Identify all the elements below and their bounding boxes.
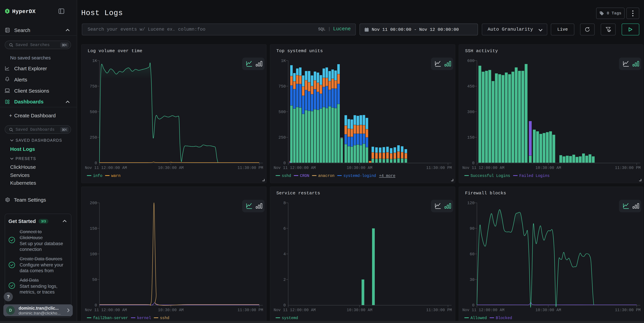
- svg-text:150: 150: [90, 226, 97, 231]
- svg-text:750: 750: [278, 84, 286, 89]
- svg-text:4: 4: [284, 252, 286, 256]
- svg-text:anacron: anacron: [318, 174, 334, 178]
- svg-text:11:30:00 PM: 11:30:00 PM: [615, 308, 640, 312]
- svg-text:11:30:00 PM: 11:30:00 PM: [426, 166, 452, 170]
- svg-text:kernel: kernel: [137, 316, 151, 320]
- svg-text:10:30:00 AM: 10:30:00 AM: [158, 166, 184, 170]
- svg-text:150: 150: [467, 135, 474, 140]
- svg-text:warn: warn: [111, 174, 120, 178]
- svg-text:0: 0: [95, 161, 97, 165]
- svg-text:10:30:00 AM: 10:30:00 AM: [158, 308, 184, 312]
- svg-text:600: 600: [467, 59, 474, 63]
- svg-text:30: 30: [470, 277, 474, 282]
- svg-text:50: 50: [92, 277, 97, 282]
- svg-text:Nov 11 12:00:00 AM: Nov 11 12:00:00 AM: [85, 308, 127, 312]
- svg-text:10:30:00 AM: 10:30:00 AM: [347, 166, 372, 170]
- svg-text:systemd-logind: systemd-logind: [343, 174, 376, 178]
- svg-text:Nov 11 12:00:00 AM: Nov 11 12:00:00 AM: [462, 166, 504, 170]
- svg-text:11:30:00 PM: 11:30:00 PM: [238, 166, 263, 170]
- svg-text:11:30:00 PM: 11:30:00 PM: [426, 308, 452, 312]
- svg-text:Successful Logins: Successful Logins: [470, 174, 510, 178]
- svg-text:Nov 11 12:00:00 AM: Nov 11 12:00:00 AM: [85, 166, 127, 170]
- svg-text:90: 90: [470, 226, 474, 231]
- svg-text:Nov 11 12:00:00 AM: Nov 11 12:00:00 AM: [274, 166, 316, 170]
- svg-text:10:30:00 AM: 10:30:00 AM: [347, 308, 372, 312]
- svg-text:250: 250: [90, 135, 97, 140]
- svg-text:500: 500: [278, 110, 286, 114]
- svg-text:11:30:00 PM: 11:30:00 PM: [238, 308, 263, 312]
- svg-text:+4 more: +4 more: [379, 174, 396, 178]
- svg-text:1K: 1K: [281, 59, 286, 63]
- svg-text:2: 2: [284, 277, 286, 282]
- svg-text:0: 0: [472, 161, 474, 165]
- svg-text:0: 0: [95, 303, 97, 307]
- svg-text:0: 0: [472, 303, 474, 307]
- svg-text:Nov 11 12:00:00 AM: Nov 11 12:00:00 AM: [462, 308, 504, 312]
- svg-text:10:30:00 AM: 10:30:00 AM: [536, 308, 561, 312]
- svg-text:systemd: systemd: [282, 316, 298, 320]
- svg-text:450: 450: [467, 84, 474, 89]
- svg-text:Nov 11 12:00:00 AM: Nov 11 12:00:00 AM: [274, 308, 316, 312]
- svg-text:Failed Logins: Failed Logins: [519, 174, 550, 178]
- svg-text:0: 0: [284, 161, 286, 165]
- svg-text:250: 250: [278, 135, 286, 140]
- svg-text:200: 200: [90, 201, 97, 205]
- svg-text:sshd: sshd: [160, 316, 169, 320]
- svg-text:info: info: [93, 174, 102, 178]
- svg-text:8: 8: [284, 201, 286, 205]
- svg-text:100: 100: [90, 252, 97, 256]
- svg-text:sshd: sshd: [282, 174, 291, 178]
- svg-text:0: 0: [284, 303, 286, 307]
- svg-text:750: 750: [90, 84, 97, 89]
- svg-text:6: 6: [284, 226, 286, 231]
- svg-text:11:30:00 PM: 11:30:00 PM: [615, 166, 640, 170]
- svg-text:120: 120: [467, 201, 474, 205]
- svg-text:300: 300: [467, 110, 474, 114]
- svg-text:10:30:00 AM: 10:30:00 AM: [536, 166, 561, 170]
- svg-text:Blocked: Blocked: [496, 316, 512, 320]
- svg-text:CRON: CRON: [300, 174, 309, 178]
- svg-text:Allowed: Allowed: [470, 316, 487, 320]
- svg-text:500: 500: [90, 110, 97, 114]
- svg-text:1K: 1K: [92, 59, 97, 63]
- svg-text:60: 60: [470, 252, 474, 256]
- svg-text:fail2ban-server: fail2ban-server: [93, 316, 128, 320]
